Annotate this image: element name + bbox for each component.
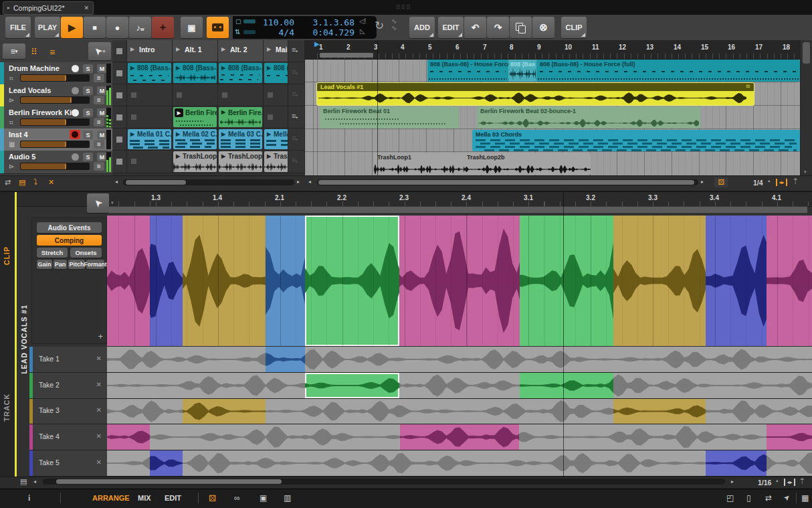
- record-button[interactable]: ●: [106, 17, 128, 38]
- stop-all-cell[interactable]: [112, 40, 127, 62]
- zoom-range-bar[interactable]: [320, 53, 373, 58]
- track-row[interactable]: Drum Machine S M ⠶ ≡: [0, 62, 112, 85]
- auto-fit-icon[interactable]: ◂▸: [776, 179, 787, 186]
- comp-segment-take5[interactable]: [150, 216, 183, 346]
- comp-segment-take2-selected[interactable]: [305, 216, 399, 346]
- take-selection[interactable]: [520, 373, 613, 398]
- editor-playhead[interactable]: [563, 192, 564, 477]
- take-label-row[interactable]: Take 5 ✕: [29, 450, 107, 477]
- record-arm-button[interactable]: [72, 153, 79, 161]
- song-time-value[interactable]: 0:04.729: [300, 27, 354, 38]
- clip-slot[interactable]: ▶808 (Bass-...: [127, 62, 173, 84]
- alt-launch-cell[interactable]: ≡▸: [288, 40, 305, 62]
- clip-slot[interactable]: ▶Mella 02 C...: [173, 129, 218, 151]
- scene-header-intro[interactable]: ▶ Intro: [127, 40, 173, 62]
- track-row[interactable]: Lead Vocals S M ⊳ ≡: [0, 84, 112, 107]
- volume-slider[interactable]: [20, 118, 90, 126]
- editor-hscrollbar[interactable]: [43, 479, 725, 485]
- clip-slot[interactable]: ▶Mella: [264, 129, 288, 151]
- clip-slot-empty[interactable]: [127, 151, 173, 173]
- add-lane-button[interactable]: +: [98, 331, 103, 341]
- editor-scroll-left-icon[interactable]: ◂: [33, 479, 36, 485]
- clip-slot-empty[interactable]: [264, 106, 288, 129]
- editor-detail-zoom-icon[interactable]: ⇡: [799, 477, 805, 485]
- tempo-value[interactable]: 110.00: [260, 17, 294, 28]
- arranger-grid-value[interactable]: 1/4: [753, 179, 763, 187]
- redo-button[interactable]: ↷: [487, 17, 509, 38]
- alt-launch-cell[interactable]: ≡▸: [288, 84, 305, 106]
- clip-slot-empty[interactable]: [218, 84, 264, 106]
- record-arm-button[interactable]: [72, 109, 79, 116]
- clip-slot[interactable]: ▶Mella 01 C...: [127, 129, 173, 151]
- editor-tool-dropdown-icon[interactable]: ▾: [111, 200, 114, 205]
- arranger-vscrollbar[interactable]: ▾: [801, 40, 812, 175]
- detail-zoom-icon[interactable]: ⇡: [792, 177, 799, 185]
- swap-icon[interactable]: ⇄: [765, 494, 772, 502]
- track-menu-button[interactable]: ≡: [94, 140, 104, 149]
- track-row[interactable]: Audio 5 S M ⊳ ≡: [0, 151, 112, 174]
- alt-launch-cell[interactable]: ≡▸: [288, 151, 305, 173]
- link-icon[interactable]: ∞: [234, 494, 240, 502]
- clip-slot[interactable]: ▶808 (Bass-...: [173, 62, 218, 84]
- take-selection[interactable]: [400, 424, 519, 450]
- shuffle-icon[interactable]: ⇅: [235, 28, 240, 35]
- crossfade-icon[interactable]: ⇄: [5, 179, 11, 186]
- take-selection[interactable]: [183, 399, 266, 424]
- track-menu-button[interactable]: ≡: [94, 96, 104, 104]
- comp-segment-take2[interactable]: [520, 216, 613, 346]
- launcher-scroll-right-icon[interactable]: ▸: [297, 179, 300, 185]
- metronome-icon[interactable]: ◺: [360, 28, 365, 35]
- launcher-hscrollbar[interactable]: [123, 179, 294, 185]
- audio-events-tab[interactable]: Audio Events: [37, 222, 102, 233]
- clip-slot[interactable]: ▶TrashLoop2b: [218, 151, 264, 173]
- editor-auto-fit-icon[interactable]: ◂▸: [784, 479, 795, 486]
- loop-content-icon[interactable]: ▢: [235, 18, 241, 25]
- piano-icon[interactable]: ▦: [801, 494, 809, 502]
- take-selection[interactable]: [107, 424, 150, 450]
- clip-expand-icon[interactable]: ≋: [745, 83, 750, 90]
- comp-segment-take1[interactable]: [266, 216, 305, 346]
- arranger-hscrollbar[interactable]: [317, 179, 698, 185]
- track-menu-button[interactable]: ≡: [94, 74, 104, 82]
- track-row-selected[interactable]: Inst 4 S M ▦ ≡: [0, 129, 112, 151]
- track-row[interactable]: Berlin Firework Kit S M ⠶ ≡: [0, 106, 112, 129]
- solo-button[interactable]: S: [83, 108, 93, 117]
- list-view-icon[interactable]: ▤: [19, 179, 25, 186]
- launcher-grid-toggle-icon[interactable]: ⠿: [31, 47, 37, 57]
- gain-tab[interactable]: Gain: [37, 260, 52, 269]
- stop-cell[interactable]: [112, 151, 127, 173]
- comping-tab[interactable]: Comping: [37, 235, 102, 246]
- clip-slot[interactable]: ▶Trash: [264, 151, 288, 173]
- punch-in-icon[interactable]: ◁!: [359, 18, 366, 25]
- take-selection[interactable]: [613, 399, 706, 424]
- display-profile-button[interactable]: [207, 17, 229, 38]
- follow-icon[interactable]: ⤵: [33, 178, 37, 186]
- take-lane-3[interactable]: [107, 399, 812, 424]
- onsets-tab[interactable]: Onsets: [70, 248, 102, 258]
- play-button[interactable]: ▶: [61, 17, 83, 38]
- time-signature-value[interactable]: 4/4: [260, 27, 294, 38]
- volume-slider[interactable]: [20, 163, 90, 170]
- record-arm-button-active[interactable]: [70, 130, 80, 139]
- fullscreen-icon[interactable]: ▣: [260, 494, 267, 502]
- editor-grid-stepper-icon[interactable]: ▴: [776, 478, 779, 483]
- take-selection[interactable]: [706, 450, 767, 476]
- stop-cell[interactable]: [112, 62, 127, 84]
- stop-cell[interactable]: [112, 84, 127, 106]
- clip-slot[interactable]: ▶Mella 03 C...: [218, 129, 264, 151]
- track-list-menu-button[interactable]: ≡▾: [3, 44, 25, 59]
- solo-button[interactable]: S: [83, 131, 93, 139]
- track-name[interactable]: Audio 5: [9, 153, 35, 161]
- take-delete-icon[interactable]: ✕: [96, 406, 102, 414]
- stretch-tab[interactable]: Stretch: [37, 248, 68, 258]
- arranger-clip-808-c[interactable]: 808 (Bass-08) - House Force (full): [536, 60, 800, 82]
- track-menu-button[interactable]: ≡: [94, 118, 104, 126]
- track-menu-button[interactable]: ≡: [94, 162, 104, 171]
- project-tab[interactable]: ▸ CompingGUI22* ✕: [3, 1, 94, 15]
- record-arm-button[interactable]: [72, 65, 79, 72]
- fill-button[interactable]: +: [152, 17, 174, 38]
- take-delete-icon[interactable]: ✕: [96, 381, 102, 388]
- mute-button[interactable]: M: [97, 108, 107, 117]
- edit-view-button[interactable]: EDIT: [165, 494, 181, 502]
- edit-menu-button[interactable]: EDIT: [438, 17, 464, 38]
